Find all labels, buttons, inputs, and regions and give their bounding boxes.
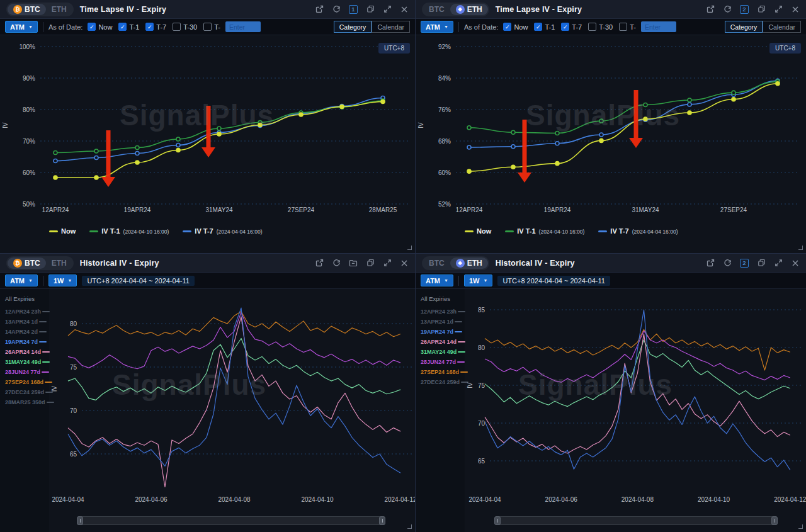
expiry-item[interactable]: 28MAR25 350d (5, 397, 47, 407)
refresh-icon[interactable] (723, 259, 732, 268)
t-custom-input[interactable] (641, 21, 676, 32)
expiry-item[interactable]: 28JUN24 77d (421, 357, 462, 367)
timelapse-chart[interactable]: 92%84%76%68%60%52%IV12APR2419APR2431MAY2… (416, 35, 806, 222)
calendar-button[interactable]: Calendar (372, 21, 410, 33)
coin-btc-tab[interactable]: BTC (423, 4, 450, 15)
coin-eth-tab[interactable]: ◆ ETH (450, 258, 488, 269)
resize-handle[interactable] (798, 246, 803, 250)
external-link-icon[interactable] (706, 259, 715, 268)
external-link-icon[interactable] (315, 5, 324, 14)
checkbox-t-7[interactable]: ✓T-7 (145, 23, 166, 31)
period-dropdown[interactable]: 1W▼ (48, 274, 77, 286)
sidebar-header[interactable]: All Expiries (5, 295, 47, 302)
coin-btc-tab[interactable]: ₿ BTC (8, 258, 46, 269)
checkbox-t-[interactable]: T- (619, 23, 636, 31)
slider-handle-right[interactable] (379, 516, 385, 525)
close-icon[interactable] (400, 5, 409, 14)
expiry-item[interactable]: 12APR24 23h (421, 307, 462, 317)
coin-eth-tab[interactable]: ◆ ETH (450, 4, 488, 15)
historical-chart[interactable]: 80757065IV2024-04-042024-04-062024-04-08… (49, 289, 415, 509)
checkbox-t-30[interactable]: T-30 (173, 23, 197, 31)
checkbox-box[interactable]: ✓ (561, 23, 569, 31)
expiry-item[interactable]: 27DEC24 259d (5, 387, 47, 397)
refresh-icon[interactable] (723, 5, 732, 14)
checkbox-now[interactable]: ✓Now (88, 23, 112, 31)
window-number-badge[interactable]: 2 (740, 259, 749, 268)
expiry-item[interactable]: 27DEC24 259d (421, 377, 462, 387)
t-custom-input[interactable] (225, 21, 261, 32)
coin-eth-tab[interactable]: ETH (46, 4, 72, 15)
expiry-item[interactable]: 13APR24 1d (5, 317, 47, 327)
checkbox-box[interactable] (588, 23, 596, 31)
checkbox-t-30[interactable]: T-30 (588, 23, 613, 31)
atm-dropdown[interactable]: ATM▼ (421, 274, 453, 286)
expiry-item[interactable]: 26APR24 14d (5, 347, 47, 357)
period-dropdown[interactable]: 1W▼ (464, 274, 492, 286)
coin-btc-tab[interactable]: ₿ BTC (8, 4, 46, 15)
expand-icon[interactable] (383, 5, 392, 14)
legend-item[interactable]: Now (465, 227, 491, 235)
atm-dropdown[interactable]: ATM▼ (5, 21, 38, 33)
duplicate-icon[interactable] (366, 5, 375, 14)
duplicate-icon[interactable] (757, 259, 766, 268)
date-range-text[interactable]: UTC+8 2024-04-04 ~ 2024-04-11 (497, 276, 610, 286)
checkbox-now[interactable]: ✓Now (503, 23, 528, 31)
date-range-text[interactable]: UTC+8 2024-04-04 ~ 2024-04-11 (82, 276, 194, 286)
coin-eth-tab[interactable]: ETH (46, 258, 72, 269)
calendar-button[interactable]: Calendar (763, 21, 801, 33)
checkbox-t-[interactable]: T- (203, 23, 220, 31)
atm-dropdown[interactable]: ATM▼ (5, 274, 38, 286)
expiry-item[interactable]: 27SEP24 168d (421, 367, 462, 377)
checkbox-box[interactable]: ✓ (534, 23, 542, 31)
external-link-icon[interactable] (706, 5, 715, 14)
duplicate-icon[interactable] (366, 259, 375, 268)
legend-item[interactable]: IV T-7(2024-04-04 16:00) (598, 227, 678, 235)
expiry-item[interactable]: 13APR24 1d (421, 317, 462, 327)
close-icon[interactable] (791, 259, 800, 268)
duplicate-icon[interactable] (757, 5, 766, 14)
checkbox-box[interactable]: ✓ (88, 23, 96, 31)
expiry-item[interactable]: 26APR24 14d (421, 337, 462, 347)
atm-dropdown[interactable]: ATM▼ (421, 21, 453, 33)
expand-icon[interactable] (774, 5, 783, 14)
legend-item[interactable]: Now (49, 227, 76, 235)
resize-handle[interactable] (798, 524, 803, 529)
expiry-item[interactable]: 28JUN24 77d (5, 367, 47, 377)
legend-item[interactable]: IV T-7(2024-04-04 16:00) (183, 227, 262, 235)
slider-handle-right[interactable] (771, 516, 778, 525)
expiry-item[interactable]: 19APR24 7d (421, 327, 462, 337)
expand-icon[interactable] (774, 259, 783, 268)
sidebar-header[interactable]: All Expiries (421, 295, 462, 302)
folder-minus-icon[interactable] (349, 259, 358, 268)
expiry-item[interactable]: 14APR24 2d (5, 327, 47, 337)
window-number-badge[interactable]: 2 (740, 5, 749, 14)
coin-btc-tab[interactable]: BTC (423, 258, 450, 269)
expiry-item[interactable]: 31MAY24 49d (5, 357, 47, 367)
checkbox-box[interactable]: ✓ (503, 23, 511, 31)
close-icon[interactable] (791, 5, 800, 14)
external-link-icon[interactable] (315, 259, 324, 268)
time-range-slider[interactable] (77, 516, 385, 525)
time-range-slider[interactable] (494, 516, 778, 525)
expiry-item[interactable]: 27SEP24 168d (5, 377, 47, 387)
close-icon[interactable] (400, 259, 409, 268)
resize-handle[interactable] (407, 524, 412, 529)
legend-item[interactable]: IV T-1(2024-04-10 16:00) (505, 227, 584, 235)
timelapse-chart[interactable]: 100%90%80%70%60%50%IV12APR2419APR2431MAY… (0, 35, 415, 222)
slider-handle-left[interactable] (77, 516, 83, 525)
expiry-item[interactable]: 12APR24 23h (5, 307, 47, 317)
checkbox-box[interactable]: ✓ (118, 23, 127, 31)
checkbox-box[interactable] (619, 23, 627, 31)
checkbox-t-1[interactable]: ✓T-1 (118, 23, 139, 31)
window-number-badge[interactable]: 1 (349, 5, 358, 14)
refresh-icon[interactable] (332, 259, 341, 268)
legend-item[interactable]: IV T-1(2024-04-10 16:00) (89, 227, 169, 235)
refresh-icon[interactable] (332, 5, 341, 14)
expiry-item[interactable]: 31MAY24 49d (421, 347, 462, 357)
expand-icon[interactable] (383, 259, 392, 268)
checkbox-t-7[interactable]: ✓T-7 (561, 23, 582, 31)
checkbox-box[interactable] (203, 23, 212, 31)
category-button[interactable]: Category (725, 21, 763, 33)
slider-handle-left[interactable] (494, 516, 501, 525)
checkbox-t-1[interactable]: ✓T-1 (534, 23, 555, 31)
